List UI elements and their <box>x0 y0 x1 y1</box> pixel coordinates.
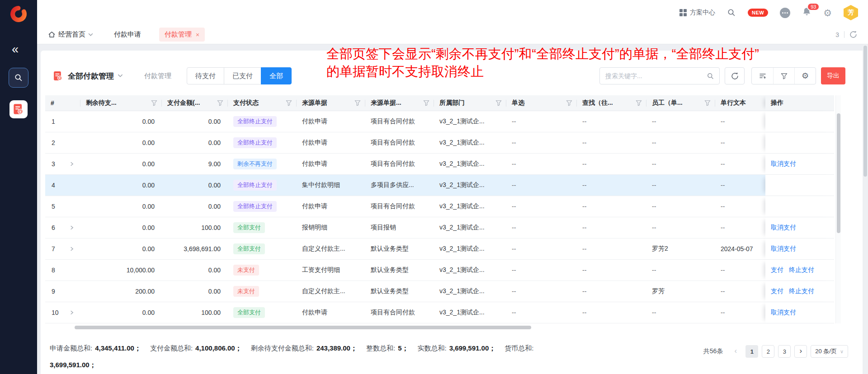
column-header-index: # <box>45 95 80 111</box>
gear-icon[interactable]: ⚙ <box>823 8 832 18</box>
cell-text: -- <box>715 196 765 217</box>
scrollbar-thumb[interactable] <box>75 326 531 329</box>
table-row[interactable]: 40.000.00全部终止支付集中付款明细多项目多供应...v3_2_1测试企.… <box>45 175 834 196</box>
filter-icon[interactable] <box>286 100 292 106</box>
tab-close-icon[interactable]: × <box>196 31 199 38</box>
actions-cell <box>765 175 834 196</box>
refresh-table-button[interactable] <box>725 67 745 84</box>
column-label: 操作 <box>771 99 783 107</box>
pagination-page-2[interactable]: 2 <box>762 345 774 358</box>
table-horizontal-scrollbar[interactable] <box>45 325 834 330</box>
search-icon <box>14 73 23 82</box>
segment-全部[interactable]: 全部 <box>261 67 292 84</box>
page-scrollbar[interactable] <box>863 44 868 374</box>
action-link-终止支付[interactable]: 终止支付 <box>789 266 814 274</box>
summary-value: 243,389.00； <box>316 344 357 352</box>
topbar-search-icon[interactable] <box>727 8 736 17</box>
filter-icon[interactable] <box>566 100 572 106</box>
scrollbar-thumb[interactable] <box>837 113 840 233</box>
view-switcher[interactable]: 全部付款管理 <box>68 71 123 81</box>
new-badge[interactable]: NEW <box>748 9 768 17</box>
refresh-icon[interactable] <box>849 31 857 38</box>
action-link-取消支付[interactable]: 取消支付 <box>771 224 796 232</box>
table-row[interactable]: 9200.000.00未支付自定义付款主...默认业务类型v3_2_1测试企..… <box>45 281 834 302</box>
view-title-label: 全部付款管理 <box>68 71 114 81</box>
search-input[interactable] <box>600 72 707 79</box>
chat-icon[interactable] <box>780 8 790 18</box>
table-row[interactable]: 60.00100.00全部支付报销明细项目报销v3_2_1测试企...-----… <box>45 217 834 238</box>
expand-row-icon[interactable] <box>69 310 74 315</box>
filter-icon[interactable] <box>354 100 361 106</box>
tab-payment-management[interactable]: 付款管理 × <box>159 28 205 42</box>
segment-已支付[interactable]: 已支付 <box>224 67 261 84</box>
table-row[interactable]: 50.000.00全部终止支付付款申请项目有合同付款v3_2_1测试企...--… <box>45 196 834 217</box>
expand-row-icon[interactable] <box>69 246 74 252</box>
table-vertical-scrollbar[interactable] <box>835 95 841 323</box>
app-logo-icon[interactable] <box>9 5 28 25</box>
tab-payment-request[interactable]: 付款申请 <box>114 30 141 39</box>
cell-remaining: 0.00 <box>80 217 162 238</box>
table-row[interactable]: 70.003,698,691.00全部支付自定义付款主...默认业务类型v3_2… <box>45 238 834 260</box>
column-label: 所属部门 <box>439 99 465 107</box>
cell-lookup: -- <box>577 302 646 323</box>
table-settings-button[interactable]: ⚙ <box>794 68 816 84</box>
cell-source_type: 默认业务类型 <box>365 238 434 259</box>
status-cell: 剩余不再支付 <box>228 154 297 174</box>
pagination-prev-button[interactable]: ‹ <box>729 345 742 358</box>
cell-amount: 0.00 <box>162 281 228 302</box>
action-link-支付[interactable]: 支付 <box>771 266 783 274</box>
pagination-page-3[interactable]: 3 <box>778 345 791 358</box>
status-badge: 全部终止支付 <box>233 116 277 127</box>
row-index-cell: 3 <box>45 154 80 174</box>
table-row[interactable]: 20.000.00全部终止支付付款申请项目有合同付款v3_2_1测试企...--… <box>45 132 834 154</box>
action-link-支付[interactable]: 支付 <box>771 287 783 295</box>
expand-row-icon[interactable] <box>69 161 74 167</box>
solution-center-button[interactable]: 方案中心 <box>679 9 715 17</box>
cell-employee: -- <box>646 132 715 153</box>
cell-radio: -- <box>506 302 577 323</box>
filter-icon[interactable] <box>151 100 157 106</box>
filter-icon[interactable] <box>423 100 429 106</box>
scrollbar-thumb[interactable] <box>863 46 867 177</box>
search-icon[interactable] <box>707 72 714 80</box>
filter-icon[interactable] <box>636 100 642 106</box>
action-link-终止支付[interactable]: 终止支付 <box>789 287 814 295</box>
cell-source_doc: 集中付款明细 <box>297 175 365 196</box>
action-link-取消支付[interactable]: 取消支付 <box>771 309 796 317</box>
table-row[interactable]: 100.00100.00全部支付付款申请项目有合同付款v3_2_1测试企...-… <box>45 302 834 323</box>
status-cell: 全部终止支付 <box>228 132 297 153</box>
actions-cell <box>765 196 834 217</box>
segment-待支付[interactable]: 待支付 <box>187 67 224 84</box>
sidebar-search-button[interactable] <box>9 68 28 88</box>
solution-center-label: 方案中心 <box>690 9 715 17</box>
export-button[interactable]: 导出 <box>821 67 845 84</box>
status-cell: 全部终止支付 <box>228 175 297 196</box>
row-density-button[interactable] <box>752 68 773 84</box>
status-badge: 全部支付 <box>233 307 265 318</box>
table-row[interactable]: 10.000.00全部终止支付付款申请项目有合同付款v3_2_1测试企...--… <box>45 111 834 132</box>
cell-lookup: -- <box>577 217 646 238</box>
breadcrumb-home[interactable]: 经营首页 <box>48 30 93 39</box>
filter-icon[interactable] <box>704 100 711 106</box>
expand-row-icon[interactable] <box>69 225 74 230</box>
pagination-next-button[interactable]: › <box>794 345 807 358</box>
action-link-取消支付[interactable]: 取消支付 <box>771 245 796 253</box>
cell-source_doc: 付款申请 <box>297 132 365 153</box>
row-index: 8 <box>52 266 55 274</box>
summary-label: 整数总和: <box>366 344 395 352</box>
notifications-button[interactable]: 93 <box>802 7 811 18</box>
table-row[interactable]: 810,000.000.00未支付工资支付明细默认业务类型v3_2_1测试企..… <box>45 260 834 281</box>
filter-button[interactable] <box>773 68 794 84</box>
avatar[interactable]: 芳 <box>844 5 858 20</box>
row-index-cell: 8 <box>45 260 80 280</box>
page-size-select[interactable]: 20 条/页∨ <box>811 345 848 358</box>
cell-remaining: 0.00 <box>80 302 162 323</box>
sidebar-payment-module-icon[interactable]: ¥ <box>9 100 28 118</box>
pagination-page-1[interactable]: 1 <box>745 345 758 358</box>
sidebar-collapse-icon[interactable]: « <box>12 42 17 56</box>
filter-icon[interactable] <box>217 100 223 106</box>
table-row[interactable]: 30.009.00剩余不再支付付款申请项目有合同付款v3_2_1测试企...--… <box>45 154 834 175</box>
filter-icon[interactable] <box>495 100 502 106</box>
cell-employee: -- <box>646 217 715 238</box>
action-link-取消支付[interactable]: 取消支付 <box>771 160 796 168</box>
